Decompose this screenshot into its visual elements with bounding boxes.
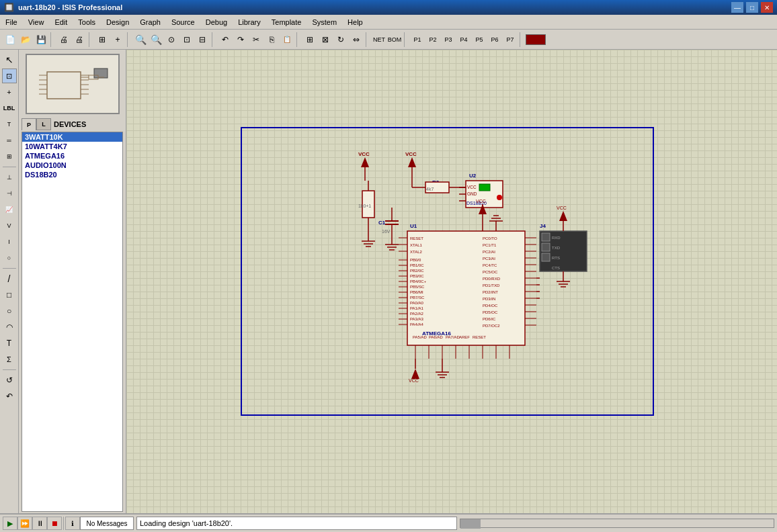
virtual-tool[interactable]: ○ xyxy=(2,251,17,265)
app-icon: 🔲 xyxy=(4,3,14,12)
zoom-out-button[interactable]: 🔍 xyxy=(149,32,163,47)
new-button[interactable]: 📄 xyxy=(3,32,17,47)
line-tool[interactable]: / xyxy=(2,271,17,286)
graph-tool[interactable]: 📈 xyxy=(2,202,17,217)
component-tool[interactable]: ⊡ xyxy=(2,69,17,83)
arc-tool[interactable]: ◠ xyxy=(2,320,17,335)
select-tool[interactable]: ↖ xyxy=(2,52,17,67)
minimize-button[interactable]: — xyxy=(731,2,743,13)
device-item-10watt[interactable]: 10WATT4K7 xyxy=(22,142,122,151)
junction-tool[interactable]: + xyxy=(2,85,17,99)
block-mirror-button[interactable]: ⇔ xyxy=(349,32,364,47)
svg-text:PD5/OC: PD5/OC xyxy=(483,310,498,314)
menu-file[interactable]: File xyxy=(0,15,23,29)
copy-button[interactable]: ⎘ xyxy=(264,32,279,47)
block-move-button[interactable]: ⊠ xyxy=(318,32,333,47)
property-button-4[interactable]: P4 xyxy=(456,32,471,47)
paste-button[interactable]: 📋 xyxy=(280,32,294,47)
bom-button[interactable]: BOM xyxy=(387,32,402,47)
svg-text:PD7/OC2: PD7/OC2 xyxy=(483,324,500,328)
property-button-3[interactable]: P3 xyxy=(441,32,456,47)
vprobe-tool[interactable]: V xyxy=(2,218,17,233)
device-list[interactable]: 3WATT10K 10WATT4K7 ATMEGA16 AUDIO100N DS… xyxy=(22,132,123,512)
undo-tool[interactable]: ↶ xyxy=(2,389,17,404)
undo-button[interactable]: ↶ xyxy=(218,32,233,47)
info-button[interactable]: ℹ xyxy=(65,517,80,530)
property-button-5[interactable]: P5 xyxy=(472,32,487,47)
svg-text:PD1/TXD: PD1/TXD xyxy=(483,283,500,287)
menu-graph[interactable]: Graph xyxy=(134,15,166,29)
left-sep-1 xyxy=(3,167,16,167)
terminal-tool[interactable]: ⊥ xyxy=(2,170,17,185)
property-button-1[interactable]: P1 xyxy=(410,32,425,47)
menu-source[interactable]: Source xyxy=(166,15,200,29)
cut-button[interactable]: ✂ xyxy=(249,32,263,47)
zoom-area-button[interactable]: ⊟ xyxy=(195,32,210,47)
toolbar-sep-5 xyxy=(296,32,300,47)
play-button[interactable]: ▶ xyxy=(3,517,17,530)
menu-view[interactable]: View xyxy=(23,15,50,29)
pin-tool[interactable]: ⊣ xyxy=(2,186,17,201)
red-bar-button[interactable] xyxy=(526,34,546,45)
box-tool[interactable]: □ xyxy=(2,287,17,302)
toolbar-sep-3 xyxy=(127,32,131,47)
zoom-in-button[interactable]: 🔍 xyxy=(133,32,148,47)
device-item-3watt[interactable]: 3WATT10K xyxy=(22,132,122,142)
add-button[interactable]: + xyxy=(110,32,125,47)
svg-text:GND: GND xyxy=(467,191,477,196)
toolbar-sep-1 xyxy=(50,32,54,47)
undo-all-tool[interactable]: ↺ xyxy=(2,373,17,388)
print-button[interactable]: 🖨 xyxy=(56,32,71,47)
save-button[interactable]: 💾 xyxy=(34,32,48,47)
tab-p[interactable]: P xyxy=(22,118,36,130)
svg-text:VCC: VCC xyxy=(467,185,477,189)
device-item-audio[interactable]: AUDIO100N xyxy=(22,161,122,170)
symbol-tool[interactable]: Σ xyxy=(2,352,17,367)
pause-button[interactable]: ⏸ xyxy=(32,517,47,530)
menu-system[interactable]: System xyxy=(306,15,342,29)
iprobe-tool[interactable]: I xyxy=(2,234,17,249)
circle-tool[interactable]: ○ xyxy=(2,304,17,318)
open-button[interactable]: 📂 xyxy=(18,32,33,47)
menu-edit[interactable]: Edit xyxy=(49,15,73,29)
zoom-fit-button[interactable]: ⊡ xyxy=(179,32,194,47)
block-rotate-button[interactable]: ↻ xyxy=(333,32,348,47)
property-button-2[interactable]: P2 xyxy=(425,32,440,47)
svg-text:PA2/A2: PA2/A2 xyxy=(410,312,424,316)
redo-button[interactable]: ↷ xyxy=(233,32,248,47)
status-scrollbar[interactable] xyxy=(460,519,775,528)
property-button-7[interactable]: P7 xyxy=(503,32,518,47)
close-button[interactable]: ✕ xyxy=(761,2,773,13)
device-item-atmega[interactable]: ATMEGA16 xyxy=(22,151,122,161)
tab-l[interactable]: L xyxy=(36,118,51,130)
svg-text:RXD: RXD xyxy=(552,236,561,240)
svg-text:PC3/AI: PC3/AI xyxy=(483,257,495,261)
menu-design[interactable]: Design xyxy=(101,15,134,29)
device-item-ds18b20[interactable]: DS18B20 xyxy=(22,170,122,179)
text-tool[interactable]: T xyxy=(2,117,17,132)
menu-help[interactable]: Help xyxy=(342,15,368,29)
svg-text:PD0/RXD: PD0/RXD xyxy=(483,277,501,281)
maximize-button[interactable]: □ xyxy=(746,2,758,13)
block-copy-button[interactable]: ⊞ xyxy=(302,32,317,47)
zoom-reset-button[interactable]: ⊙ xyxy=(164,32,179,47)
canvas-area[interactable]: VCC R1 1k0+1 C1 16V R2 xyxy=(126,50,777,513)
grid-button[interactable]: ⊞ xyxy=(95,32,110,47)
bus-tool[interactable]: ═ xyxy=(2,133,17,148)
svg-text:VCC: VCC xyxy=(405,151,417,157)
stop-button[interactable]: ⏹ xyxy=(47,517,62,530)
menu-debug[interactable]: Debug xyxy=(200,15,233,29)
subcircuit-tool[interactable]: ⊞ xyxy=(2,149,17,164)
svg-marker-131 xyxy=(411,369,419,379)
netlist-button[interactable]: NET xyxy=(372,32,386,47)
svg-text:VCC: VCC xyxy=(358,151,370,157)
menu-library[interactable]: Library xyxy=(233,15,266,29)
menu-tools[interactable]: Tools xyxy=(73,15,101,29)
svg-text:PA4/A4: PA4/A4 xyxy=(410,322,424,326)
text2-tool[interactable]: T xyxy=(2,336,17,351)
menu-template[interactable]: Template xyxy=(266,15,307,29)
play-fast-button[interactable]: ⏩ xyxy=(17,517,32,530)
wirelabel-tool[interactable]: LBL xyxy=(2,101,17,116)
print2-button[interactable]: 🖨 xyxy=(72,32,87,47)
property-button-6[interactable]: P6 xyxy=(487,32,502,47)
